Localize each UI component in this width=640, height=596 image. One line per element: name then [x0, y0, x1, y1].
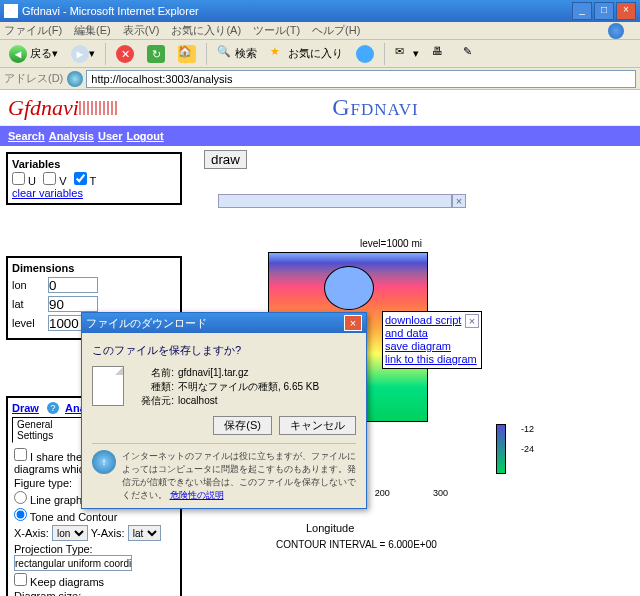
history-button[interactable] — [351, 42, 379, 66]
menu-help[interactable]: ヘルプ(H) — [312, 23, 360, 38]
site-logo: Gfdnavi — [8, 95, 119, 121]
keep-diagrams-checkbox[interactable] — [14, 573, 27, 586]
dialog-question: このファイルを保存しますか? — [92, 343, 356, 358]
window-title: Gfdnavi - Microsoft Internet Explorer — [22, 5, 199, 17]
dialog-close-button[interactable]: × — [344, 315, 362, 331]
file-type: 不明なファイルの種類, 6.65 KB — [178, 381, 319, 392]
address-input[interactable] — [86, 70, 636, 88]
var-v-checkbox[interactable] — [43, 172, 56, 185]
help-icon[interactable]: ? — [47, 402, 59, 414]
back-button[interactable]: ◄ 戻る ▾ — [4, 42, 63, 66]
search-button[interactable]: 🔍検索 — [212, 42, 262, 66]
maximize-button[interactable]: □ — [594, 2, 614, 20]
linksbox-close-icon[interactable]: × — [465, 314, 479, 328]
menu-favorites[interactable]: お気に入り(A) — [171, 23, 241, 38]
variables-panel: Variables U V T clear variables — [6, 152, 182, 205]
save-diagram-link[interactable]: save diagram — [385, 340, 479, 353]
window-close-button[interactable]: × — [616, 2, 636, 20]
lon-input[interactable] — [48, 277, 98, 293]
lat-input[interactable] — [48, 296, 98, 312]
progress-bar — [218, 194, 452, 208]
diagram-links-box: × download script and data save diagram … — [382, 311, 482, 369]
file-icon — [92, 366, 124, 406]
risk-link[interactable]: 危険性の説明 — [170, 490, 224, 500]
dialog-save-button[interactable]: 保存(S) — [213, 416, 272, 435]
file-name: gfdnavi[1].tar.gz — [178, 367, 249, 378]
xaxis-select[interactable]: lon — [52, 525, 88, 541]
stop-button[interactable]: ✕ — [111, 42, 139, 66]
menu-view[interactable]: 表示(V) — [123, 23, 160, 38]
tab-draw[interactable]: Draw — [12, 402, 39, 414]
home-button[interactable]: 🏠 — [173, 42, 201, 66]
dialog-title: ファイルのダウンロード — [86, 316, 207, 331]
share-checkbox[interactable] — [14, 448, 27, 461]
ie-app-icon — [4, 4, 18, 18]
forward-button[interactable]: ► ▾ — [66, 42, 100, 66]
minimize-button[interactable]: _ — [572, 2, 592, 20]
nav-logout[interactable]: Logout — [126, 130, 163, 142]
menu-file[interactable]: ファイル(F) — [4, 23, 62, 38]
ie-logo-icon — [608, 23, 624, 39]
globe-icon — [67, 71, 83, 87]
projection-input[interactable] — [14, 555, 132, 571]
yaxis-select[interactable]: lat — [128, 525, 161, 541]
brand-title: Gfdnavi — [119, 94, 632, 121]
menu-tools[interactable]: ツール(T) — [253, 23, 300, 38]
nav-user[interactable]: User — [98, 130, 122, 142]
colorbar — [496, 424, 506, 474]
figtype-tone-radio[interactable] — [14, 508, 27, 521]
var-u-checkbox[interactable] — [12, 172, 25, 185]
shield-icon: ! — [92, 450, 116, 474]
print-button[interactable]: 🖶 — [427, 42, 455, 66]
address-label: アドレス(D) — [4, 71, 63, 86]
plot-caption: CONTOUR INTERVAL = 6.000E+00 — [276, 539, 437, 550]
dialog-cancel-button[interactable]: キャンセル — [279, 416, 356, 435]
mail-button[interactable]: ✉▾ — [390, 42, 424, 66]
favorites-button[interactable]: ★お気に入り — [265, 42, 348, 66]
figtype-line-radio[interactable] — [14, 491, 27, 504]
edit-button[interactable]: ✎ — [458, 42, 486, 66]
draw-button[interactable]: draw — [204, 150, 247, 169]
refresh-button[interactable]: ↻ — [142, 42, 170, 66]
dimensions-title: Dimensions — [12, 262, 176, 274]
progress-close-icon[interactable]: × — [452, 194, 466, 208]
file-source: localhost — [178, 395, 217, 406]
link-diagram-link[interactable]: link to this diagram — [385, 353, 479, 366]
var-t-checkbox[interactable] — [74, 172, 87, 185]
plot-xlabel: Longitude — [306, 522, 354, 534]
nav-analysis[interactable]: Analysis — [49, 130, 94, 142]
clear-variables-link[interactable]: clear variables — [12, 187, 83, 199]
nav-search[interactable]: Search — [8, 130, 45, 142]
download-dialog: ファイルのダウンロード × このファイルを保存しますか? 名前:gfdnavi[… — [81, 312, 367, 509]
menu-edit[interactable]: 編集(E) — [74, 23, 111, 38]
variables-title: Variables — [12, 158, 176, 170]
